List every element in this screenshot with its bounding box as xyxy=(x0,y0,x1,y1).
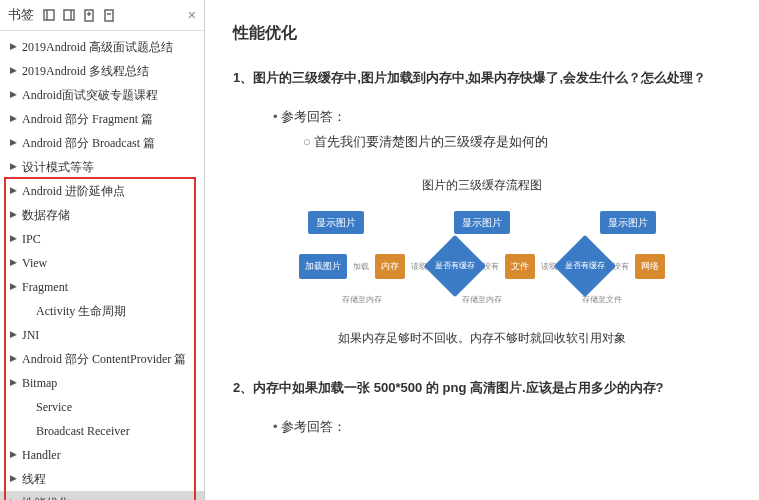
bookmark-item[interactable]: ▶2019Android 高级面试题总结 xyxy=(0,35,204,59)
bookmark-item[interactable]: ▶设计模式等等 xyxy=(0,155,204,179)
bookmark-item[interactable]: ▶Handler xyxy=(0,443,204,467)
bookmark-item[interactable]: ▶数据存储 xyxy=(0,203,204,227)
outline-expand-icon[interactable] xyxy=(62,8,76,22)
chart-legend: 显示图片 显示图片 显示图片 xyxy=(262,211,702,234)
sidebar-title: 书签 xyxy=(8,6,34,24)
legend-item: 显示图片 xyxy=(454,211,510,234)
svg-rect-7 xyxy=(105,10,113,21)
document-content: 性能优化 1、图片的三级缓存中,图片加载到内存中,如果内存快爆了,会发生什么？怎… xyxy=(205,0,759,500)
flowchart: 图片的三级缓存流程图 显示图片 显示图片 显示图片 加载图片 加载 内存 读取 … xyxy=(233,174,731,307)
bookmark-item[interactable]: ▶2019Android 多线程总结 xyxy=(0,59,204,83)
bookmark-item[interactable]: ▶Bitmap xyxy=(0,371,204,395)
bookmark-item[interactable]: ▶Android面试突破专题课程 xyxy=(0,83,204,107)
back-edges: 存储至内存 存储至内存 存储至文件 xyxy=(262,292,702,307)
sidebar-tool-icons xyxy=(42,8,116,22)
answer-ref-2: 参考回答： xyxy=(273,415,731,440)
sidebar-header: 书签 × xyxy=(0,0,204,31)
bookmark-add-icon[interactable] xyxy=(82,8,96,22)
page-title: 性能优化 xyxy=(233,18,731,48)
bookmark-item[interactable]: Service xyxy=(0,395,204,419)
bookmark-icon[interactable] xyxy=(102,8,116,22)
outline-collapse-icon[interactable] xyxy=(42,8,56,22)
answer-bullet: 首先我们要清楚图片的三级缓存是如何的 xyxy=(303,130,731,155)
bookmarks-sidebar: 书签 × ▶2019Android 高级面试题总结▶2019Android 多线… xyxy=(0,0,205,500)
chart-title: 图片的三级缓存流程图 xyxy=(233,174,731,197)
svg-rect-2 xyxy=(64,10,74,20)
svg-rect-0 xyxy=(44,10,54,20)
back-edge-label: 存储至内存 xyxy=(462,292,502,307)
close-icon[interactable]: × xyxy=(188,7,196,23)
question-1: 1、图片的三级缓存中,图片加载到内存中,如果内存快爆了,会发生什么？怎么处理？ xyxy=(233,66,731,91)
node-file: 文件 xyxy=(505,254,535,279)
back-edge-label: 存储至文件 xyxy=(582,292,622,307)
answer-ref: 参考回答： xyxy=(273,105,731,130)
node-decision-2: 是否有缓存 xyxy=(554,235,616,297)
node-network: 网络 xyxy=(635,254,665,279)
flow-row: 加载图片 加载 内存 读取 是否有缓存 没有 文件 读取 是否有缓存 没有 网络 xyxy=(262,244,702,288)
bookmark-item[interactable]: ▶IPC xyxy=(0,227,204,251)
back-edge-label: 存储至内存 xyxy=(342,292,382,307)
legend-item: 显示图片 xyxy=(308,211,364,234)
bookmark-item[interactable]: ▶Android 部分 Fragment 篇 xyxy=(0,107,204,131)
question-2: 2、内存中如果加载一张 500*500 的 png 高清图片.应该是占用多少的内… xyxy=(233,376,731,401)
bookmark-item[interactable]: Activity 生命周期 xyxy=(0,299,204,323)
node-load: 加载图片 xyxy=(299,254,347,279)
node-memory: 内存 xyxy=(375,254,405,279)
bookmark-item[interactable]: ▶Fragment xyxy=(0,275,204,299)
bookmark-item[interactable]: ▶JNI xyxy=(0,323,204,347)
bookmark-item[interactable]: ▶性能优化 xyxy=(0,491,204,500)
node-decision-1: 是否有缓存 xyxy=(424,235,486,297)
legend-item: 显示图片 xyxy=(600,211,656,234)
bookmark-item[interactable]: Broadcast Receiver xyxy=(0,419,204,443)
bookmark-item[interactable]: ▶Android 进阶延伸点 xyxy=(0,179,204,203)
bookmark-item[interactable]: ▶线程 xyxy=(0,467,204,491)
bookmark-item[interactable]: ▶View xyxy=(0,251,204,275)
bookmark-item[interactable]: ▶Android 部分 ContentProvider 篇 xyxy=(0,347,204,371)
note-text: 如果内存足够时不回收。内存不够时就回收软引用对象 xyxy=(233,327,731,350)
bookmark-item[interactable]: ▶Android 部分 Broadcast 篇 xyxy=(0,131,204,155)
bookmark-tree: ▶2019Android 高级面试题总结▶2019Android 多线程总结▶A… xyxy=(0,31,204,500)
edge-label: 加载 xyxy=(351,259,371,274)
